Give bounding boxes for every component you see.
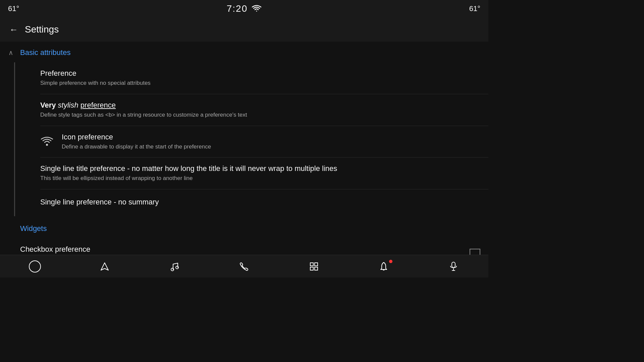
preference-item[interactable]: Preference Simple preference with no spe…: [20, 62, 488, 94]
phone-icon: [239, 262, 249, 271]
home-circle-icon: [29, 260, 41, 273]
nav-music-button[interactable]: [161, 258, 188, 275]
stylish-label: stylish: [58, 101, 80, 109]
widgets-title: Widgets: [20, 224, 47, 233]
single-line-title-item[interactable]: Single line title preference - no matter…: [20, 158, 488, 189]
stylish-preference-content: Very stylish preference Define style tag…: [40, 101, 480, 119]
status-center: 7:20: [227, 3, 262, 14]
checkbox-preference-title: Checkbox preference: [20, 245, 463, 254]
basic-attributes-section-header[interactable]: ∧ Basic attributes: [0, 42, 488, 62]
preference-content: Preference Simple preference with no spe…: [40, 69, 480, 87]
nav-mic-button[interactable]: [440, 258, 467, 275]
status-temp-right: 61°: [469, 4, 480, 13]
bell-icon: [379, 262, 388, 271]
basic-attributes-section: Preference Simple preference with no spe…: [0, 62, 488, 216]
single-line-no-summary-title: Single line preference - no summary: [40, 198, 480, 206]
svg-rect-7: [315, 267, 318, 270]
svg-rect-6: [310, 267, 313, 270]
status-temp-left: 61°: [8, 4, 19, 13]
back-button[interactable]: ←: [7, 22, 21, 38]
navigation-icon: [100, 261, 110, 272]
stylish-preference-item[interactable]: Very stylish preference Define style tag…: [20, 94, 488, 126]
nav-navigation-button[interactable]: [91, 258, 118, 275]
preference-title: Preference: [40, 69, 480, 78]
stylish-preference-title: Very stylish preference: [40, 101, 480, 110]
svg-rect-4: [310, 263, 313, 266]
status-time: 7:20: [227, 3, 248, 14]
back-arrow-icon: ←: [9, 24, 18, 35]
section-border: [14, 62, 15, 216]
page-title: Settings: [25, 24, 59, 35]
svg-point-0: [46, 144, 48, 146]
checkbox-preference-item[interactable]: Checkbox preference Tap anywhere in this…: [0, 238, 488, 255]
widgets-header: Widgets: [0, 219, 488, 238]
checkbox-preference-content: Checkbox preference Tap anywhere in this…: [20, 245, 463, 255]
single-line-no-summary-item[interactable]: Single line preference - no summary: [20, 189, 488, 216]
stylish-preference-summary: Define style tags such as <b> in a strin…: [40, 111, 480, 119]
icon-preference-title: Icon preference: [62, 133, 480, 141]
nav-grid-button[interactable]: [301, 258, 327, 275]
icon-preference-summary: Define a drawable to display it at the s…: [62, 143, 480, 151]
mic-icon: [449, 261, 458, 272]
nav-phone-button[interactable]: [231, 258, 258, 275]
very-label: Very: [40, 101, 58, 109]
single-line-title: Single line title preference - no matter…: [40, 164, 443, 173]
single-line-no-summary-content: Single line preference - no summary: [40, 198, 480, 208]
grid-icon: [309, 262, 319, 271]
icon-preference-item[interactable]: Icon preference Define a drawable to dis…: [20, 126, 488, 158]
svg-marker-1: [101, 263, 108, 270]
svg-rect-5: [315, 263, 318, 266]
status-bar: 61° 7:20 61°: [0, 0, 488, 17]
basic-attributes-chevron-icon: ∧: [7, 49, 15, 57]
preference-underline-label: preference: [80, 101, 116, 109]
widgets-section: Widgets Checkbox preference Tap anywhere…: [0, 216, 488, 255]
nav-bell-button[interactable]: [370, 258, 397, 275]
single-line-title-content: Single line title preference - no matter…: [40, 164, 480, 182]
checkbox-widget[interactable]: [470, 249, 480, 255]
bottom-nav: [0, 255, 488, 278]
preference-summary: Simple preference with no special attrib…: [40, 79, 480, 87]
music-icon: [170, 261, 179, 272]
bell-badge: [389, 260, 392, 263]
settings-content: ∧ Basic attributes Preference Simple pre…: [0, 42, 488, 255]
basic-attributes-title: Basic attributes: [20, 48, 70, 57]
svg-rect-8: [452, 262, 455, 267]
status-wifi-icon: [252, 5, 262, 12]
wifi-preference-icon: [40, 135, 54, 148]
icon-preference-content: Icon preference Define a drawable to dis…: [62, 133, 480, 151]
single-line-summary: This title will be ellipsized instead of…: [40, 174, 480, 182]
header: ← Settings: [0, 17, 488, 42]
nav-home-button[interactable]: [21, 258, 48, 275]
